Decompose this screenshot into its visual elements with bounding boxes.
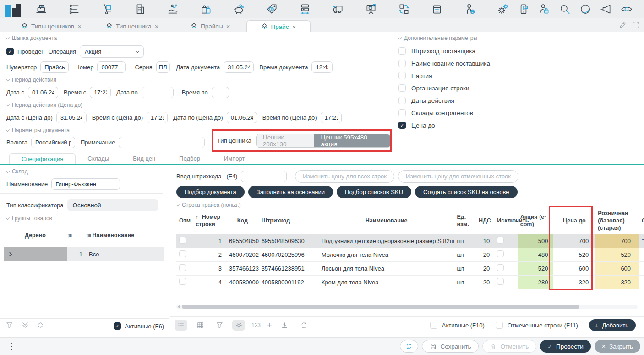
time-from-input[interactable] [90,87,111,98]
supplier-name-checkbox[interactable] [398,60,406,67]
post-button[interactable]: ✓Провести [540,340,591,353]
fullscreen-icon[interactable] [632,22,639,31]
row-exclude-checkbox[interactable] [497,237,504,244]
person-lock-icon[interactable] [536,1,552,17]
table-row[interactable]: 4 4005800001192 4005800001192 Крем для т… [176,275,644,289]
person-globe-icon[interactable] [462,1,478,17]
operation-select[interactable]: Акция [80,45,144,58]
hand-coins-icon[interactable] [165,1,181,17]
section-period[interactable]: Период действия [6,77,56,83]
hand-truck-icon[interactable] [99,1,115,17]
tag-option-200x130[interactable]: Ценник 200x130 [257,134,315,147]
edit-pencil-icon[interactable] [619,21,627,31]
sphere-icon[interactable] [578,1,593,17]
gears-icon[interactable] [495,1,511,17]
tab-selection[interactable]: Подбор [167,153,212,164]
cell-retail-old[interactable]: 600 [595,261,639,275]
piggy-bank-icon[interactable] [231,1,247,17]
shopping-bags-icon[interactable] [198,1,214,17]
col-barcode[interactable]: Штрихкод [259,208,319,234]
buildings-icon[interactable] [132,1,148,17]
note-input[interactable] [119,137,205,148]
col-otm[interactable]: Отм [176,208,193,234]
tab-warehouses[interactable]: Склады [76,153,121,164]
name-col-header[interactable]: Наименование [92,232,134,239]
active-f10-checkbox[interactable] [430,322,437,329]
scrollbar-thumb[interactable] [182,305,579,309]
numerator-input[interactable] [40,61,69,73]
row-mark-checkbox[interactable] [179,278,186,285]
doc-date-input[interactable] [224,61,254,73]
tree-row[interactable]: 1 Все [4,247,164,261]
col-unit[interactable]: Ед. изм. [454,208,475,234]
close-icon[interactable]: × [292,23,296,30]
tab-price-tag-types[interactable]: Типы ценников × [14,20,89,32]
repeat-icon[interactable] [298,320,311,331]
doc-time-input[interactable] [311,61,333,73]
cell-promo-price[interactable]: 520 [518,261,554,275]
filter-icon[interactable] [213,320,226,331]
pick-document-button[interactable]: Подбор документа [176,186,245,198]
close-icon[interactable]: × [226,23,230,30]
grid-view-icon[interactable] [194,320,207,331]
currency-input[interactable] [31,137,75,148]
scroll-left-arrow-icon[interactable] [178,305,180,309]
section-goods-groups[interactable]: Группы товаров [6,215,52,222]
col-name[interactable]: Наименование [319,208,454,234]
section-warehouse[interactable]: Склад [6,168,28,175]
refresh-button[interactable] [400,340,418,353]
app-logo-icon[interactable] [5,1,21,17]
section-doc-params[interactable]: Параметры документа [6,127,70,133]
cell-promo-price[interactable]: 280 [518,275,554,289]
price-to-checkbox[interactable] [398,122,406,129]
cell-promo-price[interactable]: 480 [518,248,554,261]
pick-sku-lists-button[interactable]: Подбор списков SKU [337,186,411,198]
tree-col-header[interactable]: Дерево [4,232,67,239]
fill-on-basis-button[interactable]: Заполнить на основании [248,186,333,198]
create-sku-list-button[interactable]: Создать список SKU на основе [415,186,517,198]
sync-arrows-icon[interactable] [396,1,412,17]
horizontal-scrollbar[interactable] [176,305,638,309]
counterparty-warehouses-checkbox[interactable] [398,109,406,116]
tab-price-kind[interactable]: Вид цен [121,153,167,164]
col-exclude[interactable]: Исключить [494,208,517,234]
cell-price-to[interactable]: 600 [553,261,595,275]
download-icon[interactable] [278,320,291,331]
barcode-entry-input[interactable] [241,171,287,182]
tab-price-lists[interactable]: Прайсы × [183,20,237,32]
server-rack-icon[interactable] [297,1,313,17]
cancel-button[interactable]: Отменить [482,340,536,353]
package-box-icon[interactable] [429,1,445,17]
price-date-from-input[interactable] [56,112,87,123]
cell-retail-old[interactable]: 520 [595,248,639,261]
price-date-to-input[interactable] [227,112,257,123]
plus-icon[interactable]: + [267,321,272,329]
cell-price-to[interactable]: 700 [553,234,595,248]
col-code[interactable]: Код [226,208,259,234]
laptop-check-icon[interactable] [33,1,49,17]
active-f6-checkbox[interactable] [114,322,121,330]
col-promo[interactable]: Акция (e-com) [518,208,554,234]
batch-checkbox[interactable] [398,72,406,79]
row-exclude-checkbox[interactable] [497,264,504,271]
numbering-toggle[interactable]: 123 [251,322,261,328]
price-time-to-input[interactable] [321,112,342,123]
tab-import[interactable]: Импорт [212,153,257,164]
marked-rows-f11-checkbox[interactable] [496,322,503,329]
series-input[interactable] [156,61,170,73]
section-price-rows[interactable]: Строка прайса (польз.) [176,202,241,208]
presentation-chart-icon[interactable] [363,1,379,17]
change-price-marked-button[interactable]: Изменить цену для отмеченных строк [398,170,518,183]
phone-chat-icon[interactable] [516,1,531,17]
col-line-number[interactable]: ↑≡ Номер строки [193,208,226,234]
row-exclude-checkbox[interactable] [497,278,504,285]
col-retail-old[interactable]: Розничная (базовая) (старая) [595,208,639,234]
price-tag-dollar-icon[interactable]: $ [264,1,280,17]
cell-retail-old[interactable]: 700 [595,234,639,248]
supplier-barcode-checkbox[interactable] [398,47,406,55]
cell-retail-old[interactable]: 320 [595,275,639,289]
close-icon[interactable]: × [155,23,159,30]
row-organization-checkbox[interactable] [398,84,406,92]
gear-icon[interactable] [232,320,245,331]
add-row-button[interactable]: +Добавить [589,319,636,331]
